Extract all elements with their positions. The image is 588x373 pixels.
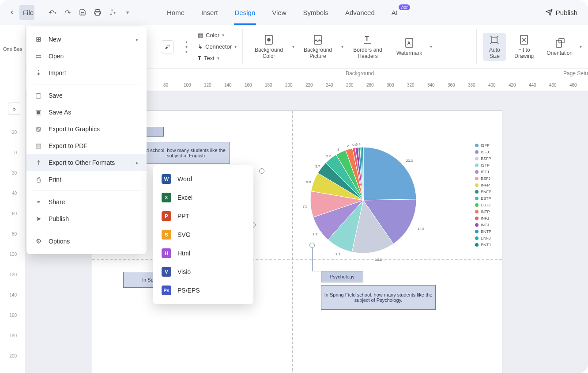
- svg-rect-13: [492, 37, 497, 42]
- format-painter-button[interactable]: 🖌: [161, 40, 174, 53]
- auto-size-button[interactable]: Auto Size: [483, 33, 506, 61]
- file-menu-button[interactable]: File: [19, 5, 34, 20]
- tab-ai[interactable]: AIhot: [391, 0, 399, 25]
- publish-button[interactable]: Publish: [546, 9, 577, 16]
- watermark-button[interactable]: AWatermark: [392, 36, 426, 58]
- export-graphics-item[interactable]: ▨Export to Graphics: [26, 121, 147, 137]
- svg-text:A: A: [407, 41, 411, 46]
- hot-badge: hot: [399, 4, 410, 10]
- export-html[interactable]: HHtml: [153, 244, 253, 263]
- psychology-label[interactable]: Psychology: [321, 271, 363, 282]
- save-as-item[interactable]: ▣Save As: [26, 104, 147, 121]
- redo-button[interactable]: ↷: [60, 5, 75, 20]
- undo-button[interactable]: ↶▾: [45, 5, 60, 20]
- new-item[interactable]: ⊞New▸: [26, 31, 147, 48]
- connector-dropdown[interactable]: ↳ Connector ▾: [198, 41, 237, 53]
- save-button[interactable]: [75, 5, 90, 20]
- ppt-icon: P: [162, 211, 171, 221]
- print-item[interactable]: ⎙Print: [26, 171, 147, 188]
- background-color-button[interactable]: Background Color: [249, 33, 289, 61]
- export-other-item[interactable]: ⤴Export to Other Formats▸: [26, 154, 147, 171]
- tab-view[interactable]: View: [271, 0, 287, 25]
- options-item[interactable]: ⚙Options: [26, 233, 147, 250]
- export-icon: ⤴: [34, 159, 42, 167]
- text-dropdown[interactable]: T Text ▾: [198, 53, 237, 64]
- publish-item[interactable]: ➤Publish: [26, 210, 147, 227]
- pdf-icon: ▤: [34, 142, 42, 150]
- psychology-description[interactable]: In Spring Field school, how many student…: [321, 285, 436, 310]
- export-svg[interactable]: SSVG: [153, 225, 253, 244]
- export-formats-menu: WWordXExcelPPPTSSVGHHtmlVVisioPsPS/EPS: [153, 165, 253, 304]
- file-menu: ⊞New▸ ▭Open ⇣Import ▢Save ▣Save As ▨Expo…: [26, 27, 147, 254]
- guide-vertical: [292, 111, 293, 373]
- chevron-right-icon: ▸: [136, 37, 139, 42]
- folder-icon: ▭: [34, 52, 42, 60]
- import-item[interactable]: ⇣Import: [26, 65, 147, 81]
- export-excel[interactable]: XExcel: [153, 188, 253, 207]
- color-dropdown[interactable]: ▦ Color ▾: [198, 30, 237, 41]
- import-icon: ⇣: [34, 69, 42, 77]
- open-item[interactable]: ▭Open: [26, 48, 147, 65]
- chevron-right-icon: ▸: [136, 160, 139, 166]
- tab-home[interactable]: Home: [166, 0, 185, 25]
- back-button[interactable]: [4, 5, 19, 20]
- publish-label: Publish: [556, 9, 577, 16]
- background-picture-button[interactable]: Background Picture: [298, 33, 338, 61]
- svg-icon: S: [162, 230, 171, 240]
- svg-rect-8: [314, 35, 321, 44]
- panel-text: One Bea: [0, 25, 25, 52]
- share-icon: ∝: [34, 198, 42, 206]
- fit-drawing-button[interactable]: Fit to Drawing: [509, 33, 539, 61]
- more-button[interactable]: ▾: [120, 5, 135, 20]
- group-label: Background: [346, 70, 374, 76]
- orientation-button[interactable]: Orientation: [542, 36, 577, 58]
- html-icon: H: [162, 248, 171, 258]
- shape-description[interactable]: d school, how many students like the sub…: [142, 142, 230, 164]
- export-button[interactable]: ⤴▾: [105, 5, 120, 20]
- save-item[interactable]: ▢Save: [26, 87, 147, 104]
- tab-insert[interactable]: Insert: [200, 0, 219, 25]
- image-icon: ▨: [34, 125, 42, 133]
- tab-symbols[interactable]: Symbols: [302, 0, 329, 25]
- share-item[interactable]: ∝Share: [26, 194, 147, 210]
- tab-advanced[interactable]: Advanced: [344, 0, 376, 25]
- export-pdf-item[interactable]: ▤Export to PDF: [26, 137, 147, 154]
- export-visio[interactable]: VVisio: [153, 263, 253, 281]
- connector-endpoint[interactable]: [259, 168, 264, 174]
- excel-icon: X: [162, 193, 171, 202]
- file-label: File: [23, 9, 34, 16]
- connector-line: [262, 137, 262, 168]
- export-ps-eps[interactable]: PsPS/EPS: [153, 281, 253, 300]
- borders-headers-button[interactable]: TBorders and Headers: [347, 33, 388, 61]
- svg-point-7: [268, 38, 270, 41]
- tab-design[interactable]: Design: [234, 0, 256, 25]
- export-word[interactable]: WWord: [153, 170, 253, 188]
- save-as-icon: ▣: [34, 108, 42, 116]
- group-label: Page Setu: [563, 70, 588, 76]
- export-ppt[interactable]: PPPT: [153, 207, 253, 225]
- pie-chart[interactable]: 23.314.812.37.77.77.55.53.73.7320.80.8 I…: [306, 138, 491, 262]
- chart-legend: ISFPISFJESFPISTPISTJESFJINFPENFPESTPESTJ…: [475, 142, 491, 248]
- gear-icon: ⚙: [34, 237, 42, 245]
- plus-icon: ⊞: [34, 35, 42, 43]
- print-button[interactable]: [90, 5, 105, 20]
- print-icon: ⎙: [34, 175, 42, 183]
- ps/eps-icon: Ps: [162, 285, 171, 295]
- visio-icon: V: [162, 267, 171, 277]
- word-icon: W: [162, 174, 171, 184]
- send-icon: ➤: [34, 215, 42, 223]
- save-icon: ▢: [34, 91, 42, 99]
- svg-text:T: T: [365, 35, 369, 42]
- svg-rect-3: [96, 13, 99, 15]
